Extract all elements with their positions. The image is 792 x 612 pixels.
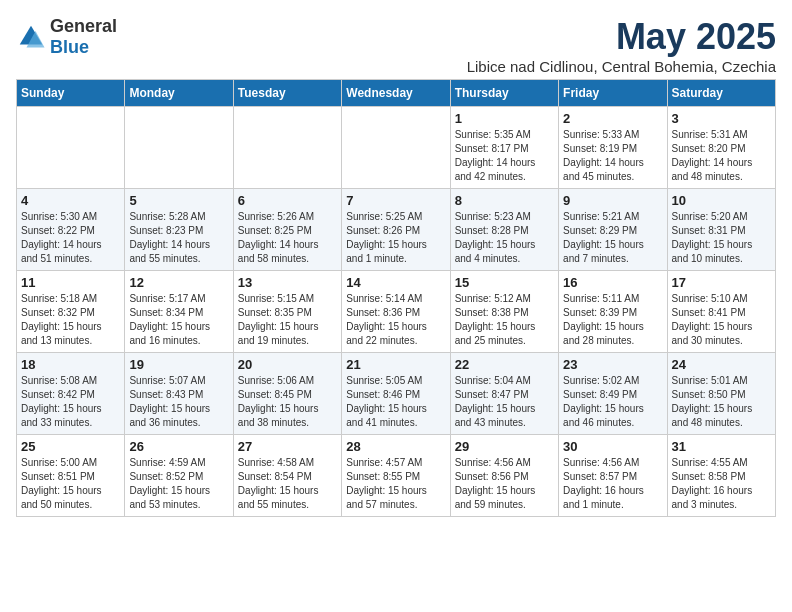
day-number: 11 — [21, 275, 120, 290]
day-number: 17 — [672, 275, 771, 290]
title-section: May 2025 Libice nad Cidlinou, Central Bo… — [467, 16, 776, 75]
day-number: 10 — [672, 193, 771, 208]
calendar-cell: 25Sunrise: 5:00 AM Sunset: 8:51 PM Dayli… — [17, 435, 125, 517]
day-info: Sunrise: 5:21 AM Sunset: 8:29 PM Dayligh… — [563, 210, 662, 266]
calendar-cell: 17Sunrise: 5:10 AM Sunset: 8:41 PM Dayli… — [667, 271, 775, 353]
calendar-cell — [233, 107, 341, 189]
day-number: 2 — [563, 111, 662, 126]
day-info: Sunrise: 5:06 AM Sunset: 8:45 PM Dayligh… — [238, 374, 337, 430]
calendar-cell: 30Sunrise: 4:56 AM Sunset: 8:57 PM Dayli… — [559, 435, 667, 517]
day-number: 15 — [455, 275, 554, 290]
calendar-week-row-2: 4Sunrise: 5:30 AM Sunset: 8:22 PM Daylig… — [17, 189, 776, 271]
calendar-cell: 10Sunrise: 5:20 AM Sunset: 8:31 PM Dayli… — [667, 189, 775, 271]
day-number: 4 — [21, 193, 120, 208]
day-number: 24 — [672, 357, 771, 372]
day-number: 1 — [455, 111, 554, 126]
calendar-cell: 3Sunrise: 5:31 AM Sunset: 8:20 PM Daylig… — [667, 107, 775, 189]
header-wednesday: Wednesday — [342, 80, 450, 107]
calendar-cell: 29Sunrise: 4:56 AM Sunset: 8:56 PM Dayli… — [450, 435, 558, 517]
calendar-week-row-3: 11Sunrise: 5:18 AM Sunset: 8:32 PM Dayli… — [17, 271, 776, 353]
day-number: 16 — [563, 275, 662, 290]
header-thursday: Thursday — [450, 80, 558, 107]
day-number: 9 — [563, 193, 662, 208]
day-info: Sunrise: 5:26 AM Sunset: 8:25 PM Dayligh… — [238, 210, 337, 266]
day-info: Sunrise: 5:07 AM Sunset: 8:43 PM Dayligh… — [129, 374, 228, 430]
day-number: 26 — [129, 439, 228, 454]
calendar-cell: 22Sunrise: 5:04 AM Sunset: 8:47 PM Dayli… — [450, 353, 558, 435]
day-info: Sunrise: 4:57 AM Sunset: 8:55 PM Dayligh… — [346, 456, 445, 512]
calendar-cell: 19Sunrise: 5:07 AM Sunset: 8:43 PM Dayli… — [125, 353, 233, 435]
calendar-cell: 31Sunrise: 4:55 AM Sunset: 8:58 PM Dayli… — [667, 435, 775, 517]
day-number: 3 — [672, 111, 771, 126]
calendar-cell — [342, 107, 450, 189]
day-info: Sunrise: 5:35 AM Sunset: 8:17 PM Dayligh… — [455, 128, 554, 184]
location-title: Libice nad Cidlinou, Central Bohemia, Cz… — [467, 58, 776, 75]
day-number: 23 — [563, 357, 662, 372]
day-number: 8 — [455, 193, 554, 208]
page-header: General Blue May 2025 Libice nad Cidlino… — [16, 16, 776, 75]
day-info: Sunrise: 5:00 AM Sunset: 8:51 PM Dayligh… — [21, 456, 120, 512]
calendar-cell: 14Sunrise: 5:14 AM Sunset: 8:36 PM Dayli… — [342, 271, 450, 353]
day-number: 27 — [238, 439, 337, 454]
day-info: Sunrise: 5:23 AM Sunset: 8:28 PM Dayligh… — [455, 210, 554, 266]
day-info: Sunrise: 5:17 AM Sunset: 8:34 PM Dayligh… — [129, 292, 228, 348]
calendar-cell: 24Sunrise: 5:01 AM Sunset: 8:50 PM Dayli… — [667, 353, 775, 435]
day-info: Sunrise: 5:31 AM Sunset: 8:20 PM Dayligh… — [672, 128, 771, 184]
day-info: Sunrise: 5:14 AM Sunset: 8:36 PM Dayligh… — [346, 292, 445, 348]
header-friday: Friday — [559, 80, 667, 107]
calendar-week-row-4: 18Sunrise: 5:08 AM Sunset: 8:42 PM Dayli… — [17, 353, 776, 435]
calendar-cell: 28Sunrise: 4:57 AM Sunset: 8:55 PM Dayli… — [342, 435, 450, 517]
day-info: Sunrise: 5:18 AM Sunset: 8:32 PM Dayligh… — [21, 292, 120, 348]
calendar-cell: 7Sunrise: 5:25 AM Sunset: 8:26 PM Daylig… — [342, 189, 450, 271]
logo: General Blue — [16, 16, 117, 58]
day-info: Sunrise: 5:02 AM Sunset: 8:49 PM Dayligh… — [563, 374, 662, 430]
header-tuesday: Tuesday — [233, 80, 341, 107]
day-info: Sunrise: 5:20 AM Sunset: 8:31 PM Dayligh… — [672, 210, 771, 266]
day-info: Sunrise: 5:04 AM Sunset: 8:47 PM Dayligh… — [455, 374, 554, 430]
day-info: Sunrise: 5:30 AM Sunset: 8:22 PM Dayligh… — [21, 210, 120, 266]
day-number: 31 — [672, 439, 771, 454]
day-info: Sunrise: 5:11 AM Sunset: 8:39 PM Dayligh… — [563, 292, 662, 348]
weekday-header-row: Sunday Monday Tuesday Wednesday Thursday… — [17, 80, 776, 107]
header-monday: Monday — [125, 80, 233, 107]
day-number: 22 — [455, 357, 554, 372]
calendar-cell: 12Sunrise: 5:17 AM Sunset: 8:34 PM Dayli… — [125, 271, 233, 353]
day-info: Sunrise: 5:28 AM Sunset: 8:23 PM Dayligh… — [129, 210, 228, 266]
day-number: 29 — [455, 439, 554, 454]
calendar-cell: 5Sunrise: 5:28 AM Sunset: 8:23 PM Daylig… — [125, 189, 233, 271]
calendar-week-row-5: 25Sunrise: 5:00 AM Sunset: 8:51 PM Dayli… — [17, 435, 776, 517]
day-info: Sunrise: 5:01 AM Sunset: 8:50 PM Dayligh… — [672, 374, 771, 430]
day-info: Sunrise: 4:56 AM Sunset: 8:56 PM Dayligh… — [455, 456, 554, 512]
logo-icon — [16, 22, 46, 52]
calendar-cell: 2Sunrise: 5:33 AM Sunset: 8:19 PM Daylig… — [559, 107, 667, 189]
day-number: 30 — [563, 439, 662, 454]
calendar-cell: 1Sunrise: 5:35 AM Sunset: 8:17 PM Daylig… — [450, 107, 558, 189]
day-info: Sunrise: 5:25 AM Sunset: 8:26 PM Dayligh… — [346, 210, 445, 266]
day-info: Sunrise: 4:58 AM Sunset: 8:54 PM Dayligh… — [238, 456, 337, 512]
calendar-cell: 9Sunrise: 5:21 AM Sunset: 8:29 PM Daylig… — [559, 189, 667, 271]
logo-text: General Blue — [50, 16, 117, 58]
day-number: 21 — [346, 357, 445, 372]
day-number: 28 — [346, 439, 445, 454]
day-number: 7 — [346, 193, 445, 208]
calendar-cell: 18Sunrise: 5:08 AM Sunset: 8:42 PM Dayli… — [17, 353, 125, 435]
calendar-cell: 23Sunrise: 5:02 AM Sunset: 8:49 PM Dayli… — [559, 353, 667, 435]
calendar-cell: 11Sunrise: 5:18 AM Sunset: 8:32 PM Dayli… — [17, 271, 125, 353]
logo-blue: Blue — [50, 37, 89, 57]
calendar-cell — [17, 107, 125, 189]
day-info: Sunrise: 4:59 AM Sunset: 8:52 PM Dayligh… — [129, 456, 228, 512]
day-info: Sunrise: 4:55 AM Sunset: 8:58 PM Dayligh… — [672, 456, 771, 512]
calendar-cell: 4Sunrise: 5:30 AM Sunset: 8:22 PM Daylig… — [17, 189, 125, 271]
logo-general: General — [50, 16, 117, 36]
calendar-cell: 20Sunrise: 5:06 AM Sunset: 8:45 PM Dayli… — [233, 353, 341, 435]
calendar-week-row-1: 1Sunrise: 5:35 AM Sunset: 8:17 PM Daylig… — [17, 107, 776, 189]
day-info: Sunrise: 5:33 AM Sunset: 8:19 PM Dayligh… — [563, 128, 662, 184]
day-number: 14 — [346, 275, 445, 290]
calendar-cell: 26Sunrise: 4:59 AM Sunset: 8:52 PM Dayli… — [125, 435, 233, 517]
calendar-cell: 27Sunrise: 4:58 AM Sunset: 8:54 PM Dayli… — [233, 435, 341, 517]
calendar-table: Sunday Monday Tuesday Wednesday Thursday… — [16, 79, 776, 517]
calendar-cell: 8Sunrise: 5:23 AM Sunset: 8:28 PM Daylig… — [450, 189, 558, 271]
calendar-cell: 6Sunrise: 5:26 AM Sunset: 8:25 PM Daylig… — [233, 189, 341, 271]
day-info: Sunrise: 5:12 AM Sunset: 8:38 PM Dayligh… — [455, 292, 554, 348]
day-number: 5 — [129, 193, 228, 208]
